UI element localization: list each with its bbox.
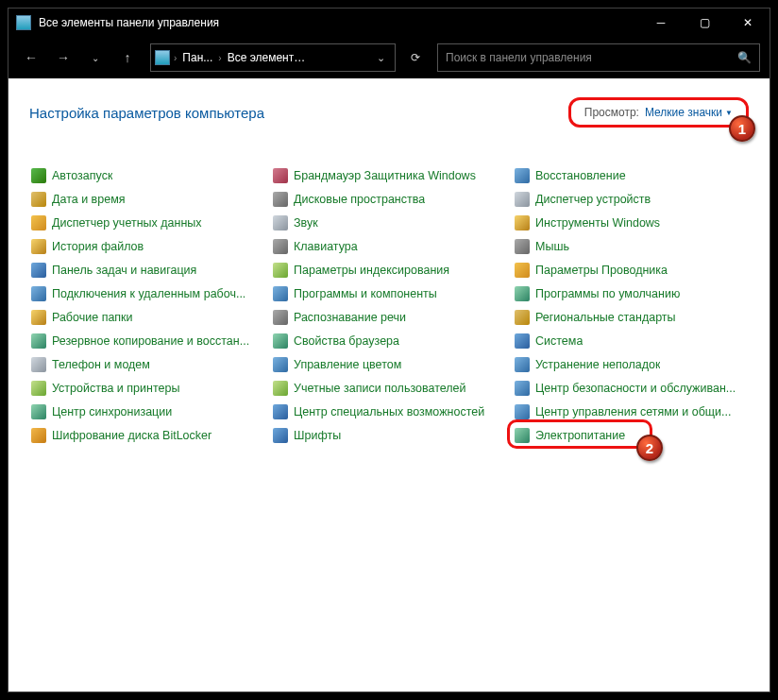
item-label: Параметры индексирования	[294, 264, 449, 277]
location-icon	[155, 50, 170, 65]
item-label: Клавиатура	[294, 240, 358, 253]
view-control-highlight: Просмотр: Мелкие значки ▼ 1	[568, 97, 749, 128]
control-panel-item[interactable]: Свойства браузера	[271, 329, 507, 352]
item-label: Распознавание речи	[294, 311, 406, 324]
item-label: Звук	[294, 216, 318, 230]
minimize-button[interactable]: ─	[639, 9, 683, 37]
item-icon	[273, 239, 288, 254]
view-value: Мелкие значки	[645, 106, 722, 119]
item-icon	[31, 263, 46, 278]
up-button[interactable]: ↑	[114, 44, 141, 71]
control-panel-item[interactable]: Телефон и модем	[29, 352, 265, 376]
control-panel-item[interactable]: Устройства и принтеры	[29, 376, 265, 400]
control-panel-item[interactable]: Дисковые пространства	[271, 187, 507, 211]
item-icon	[31, 357, 46, 372]
control-panel-item[interactable]: Программы и компоненты	[271, 282, 507, 305]
item-icon	[515, 168, 530, 183]
item-icon	[31, 192, 46, 207]
item-label: Шифрование диска BitLocker	[52, 429, 211, 442]
control-panel-item[interactable]: Шрифты	[271, 423, 507, 447]
item-icon	[515, 192, 530, 207]
item-label: Учетные записи пользователей	[294, 382, 466, 395]
search-icon[interactable]: 🔍	[737, 51, 752, 64]
chevron-right-icon: ›	[172, 53, 178, 63]
control-panel-item[interactable]: Центр специальных возможностей	[271, 400, 507, 423]
control-panel-item[interactable]: Управление цветом	[271, 352, 507, 376]
control-panel-item[interactable]: Диспетчер устройств	[513, 187, 749, 211]
control-panel-item[interactable]: Панель задач и навигация	[29, 258, 265, 282]
control-panel-item[interactable]: Центр безопасности и обслуживан...	[513, 376, 749, 400]
control-panel-item[interactable]: Устранение неполадок	[513, 352, 749, 376]
control-panel-item[interactable]: Дата и время	[29, 187, 265, 211]
control-panel-item[interactable]: Восстановление	[513, 163, 749, 187]
control-panel-item[interactable]: История файлов	[29, 234, 265, 258]
chevron-down-icon: ▼	[725, 109, 733, 117]
control-panel-item[interactable]: Звук	[271, 211, 507, 234]
item-icon	[273, 286, 288, 301]
items-column: Брандмауэр Защитника WindowsДисковые про…	[271, 163, 507, 447]
control-panel-item[interactable]: Клавиатура	[271, 234, 507, 258]
refresh-button[interactable]: ⟳	[401, 43, 430, 72]
item-icon	[515, 428, 530, 443]
control-panel-item[interactable]: Подключения к удаленным рабоч...	[29, 282, 265, 305]
control-panel-item[interactable]: Инструменты Windows	[513, 211, 749, 234]
search-input[interactable]	[446, 51, 737, 64]
item-label: Параметры Проводника	[535, 264, 668, 277]
item-label: Подключения к удаленным рабоч...	[52, 287, 245, 300]
item-label: Дата и время	[52, 193, 126, 206]
item-label: Устранение неполадок	[535, 358, 660, 371]
item-label: Резервное копирование и восстан...	[52, 334, 249, 348]
forward-button[interactable]: →	[50, 44, 76, 71]
page-title: Настройка параметров компьютера	[29, 105, 264, 121]
item-icon	[515, 381, 530, 396]
breadcrumb-segment[interactable]: Пан...	[180, 51, 214, 64]
item-icon	[31, 381, 46, 396]
back-button[interactable]: ←	[18, 44, 44, 71]
item-label: Дисковые пространства	[294, 193, 425, 206]
control-panel-item[interactable]: Резервное копирование и восстан...	[29, 329, 265, 352]
item-icon	[273, 333, 288, 349]
chevron-down-icon[interactable]: ⌄	[371, 52, 391, 64]
recent-dropdown[interactable]: ⌄	[82, 44, 109, 71]
control-panel-item[interactable]: Распознавание речи	[271, 305, 507, 329]
breadcrumb-segment[interactable]: Все элементы ...	[226, 51, 311, 64]
control-panel-icon	[16, 15, 31, 30]
item-icon	[515, 404, 530, 419]
content-header: Настройка параметров компьютера Просмотр…	[29, 97, 749, 128]
control-panel-item[interactable]: Шифрование диска BitLocker	[29, 423, 265, 447]
address-bar[interactable]: › Пан... › Все элементы ... ⌄	[150, 43, 396, 72]
item-label: Брандмауэр Защитника Windows	[294, 169, 476, 182]
items-column: ВосстановлениеДиспетчер устройствИнструм…	[513, 163, 749, 447]
close-button[interactable]: ✕	[726, 9, 770, 37]
items-grid: АвтозапускДата и времяДиспетчер учетных …	[29, 163, 749, 447]
control-panel-item[interactable]: Центр синхронизации	[29, 400, 265, 423]
control-panel-item[interactable]: Параметры Проводника	[513, 258, 749, 282]
control-panel-item[interactable]: Рабочие папки	[29, 305, 265, 329]
item-icon	[273, 404, 288, 419]
item-label: Рабочие папки	[52, 311, 133, 324]
control-panel-item[interactable]: Учетные записи пользователей	[271, 376, 507, 400]
control-panel-item[interactable]: Центр управления сетями и общи...	[513, 400, 749, 423]
item-icon	[273, 357, 288, 372]
item-icon	[515, 215, 530, 230]
control-panel-item[interactable]: Региональные стандарты	[513, 305, 749, 329]
item-icon	[515, 357, 530, 372]
search-box[interactable]: 🔍	[437, 43, 760, 72]
control-panel-item[interactable]: Брандмауэр Защитника Windows	[271, 163, 507, 187]
control-panel-item[interactable]: Автозапуск	[29, 163, 265, 187]
control-panel-item[interactable]: Диспетчер учетных данных	[29, 211, 265, 234]
item-label: Программы и компоненты	[294, 287, 437, 300]
item-label: Система	[535, 334, 583, 348]
maximize-button[interactable]: ▢	[683, 9, 726, 37]
control-panel-item[interactable]: Параметры индексирования	[271, 258, 507, 282]
item-label: Панель задач и навигация	[52, 264, 196, 277]
control-panel-item[interactable]: Программы по умолчанию	[513, 282, 749, 305]
control-panel-item[interactable]: Система	[513, 329, 749, 352]
chevron-right-icon: ›	[216, 53, 223, 63]
control-panel-item[interactable]: Мышь	[513, 234, 749, 258]
item-label: Центр специальных возможностей	[294, 405, 484, 418]
item-icon	[31, 286, 46, 301]
item-icon	[273, 310, 288, 325]
power-options-item[interactable]: Электропитание	[513, 423, 749, 447]
view-dropdown[interactable]: Мелкие значки ▼	[645, 106, 733, 119]
